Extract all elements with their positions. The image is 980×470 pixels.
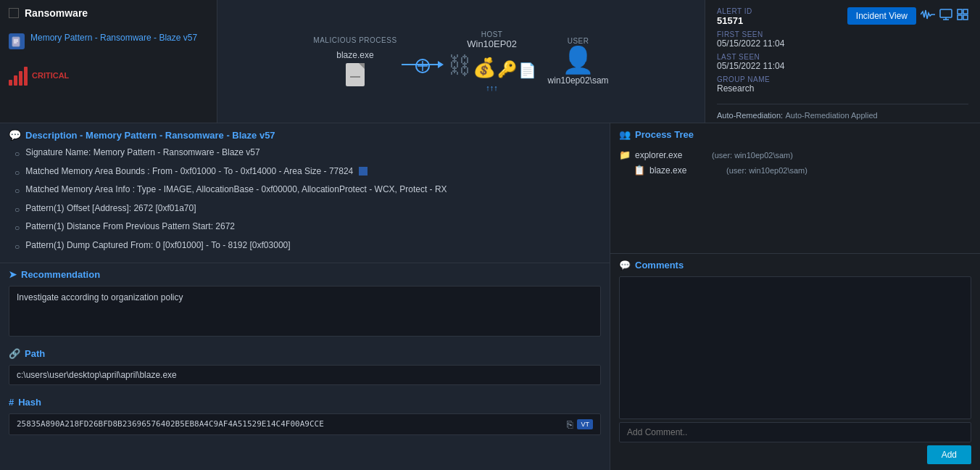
comments-section: 💬 Comments Add: [610, 254, 980, 470]
svg-rect-12: [958, 15, 962, 20]
explorer-user: (user: win10ep02\sam): [712, 151, 793, 160]
alert-icon: [9, 33, 25, 49]
malicious-process-node: MALICIOUS PROCESS blaze.exe: [313, 36, 396, 86]
last-seen-label: LAST SEEN: [717, 53, 784, 61]
svg-rect-11: [963, 9, 968, 14]
recommendation-text: Investigate according to organization po…: [17, 292, 183, 302]
desc-item-4: ○ Pattern(1) Distance From Previous Patt…: [14, 219, 601, 236]
svg-rect-13: [963, 15, 968, 20]
auto-rem-value: Auto-Remediation Applied: [785, 111, 877, 120]
path-label: Path: [25, 348, 45, 359]
waveform-icon[interactable]: [921, 9, 935, 23]
comments-icon: 💬: [619, 260, 631, 271]
desc-item-1: ○ Matched Memory Area Bounds : From - 0x…: [14, 164, 601, 181]
svg-rect-7: [940, 9, 952, 17]
recommendation-header: ➤ Recommendation: [0, 263, 610, 283]
monitor-icon[interactable]: [939, 9, 952, 23]
dollar-bag-icon: 💰: [473, 57, 496, 79]
blaze-exe-label: blaze.exe: [336, 50, 373, 60]
hash-row: 25835A890A218FD26BFD8B23696576402B5EB8A4…: [9, 413, 601, 435]
host-name: Win10EP02: [467, 38, 517, 49]
highlight-box: [359, 167, 368, 176]
desc-text-5: Pattern(1) Dump Captured From: 0 [0xf010…: [25, 238, 290, 254]
desc-text-0: Signature Name: Memory Pattern - Ransomw…: [25, 145, 259, 161]
desc-text-3: Pattern(1) Offset [Address]: 2672 [0xf01…: [25, 201, 196, 217]
user-node: USER 👤 win10ep02\sam: [548, 37, 609, 86]
desc-item-0: ○ Signature Name: Memory Pattern - Ranso…: [14, 145, 601, 162]
grid-icon[interactable]: [957, 9, 968, 23]
description-header: 💬 Description - Memory Pattern - Ransomw…: [0, 123, 610, 144]
hash-label: Hash: [18, 397, 41, 408]
comment-input[interactable]: [619, 422, 971, 442]
first-seen-label: FIRST SEEN: [717, 30, 784, 38]
process-tree-section: 👥 Process Tree 📁 explorer.exe (user: win…: [610, 123, 980, 254]
process-tree-header: 👥 Process Tree: [610, 123, 980, 143]
criticality-chart: [9, 65, 28, 86]
copy-icon[interactable]: ⎘: [567, 419, 573, 430]
right-panel: 👥 Process Tree 📁 explorer.exe (user: win…: [610, 123, 980, 470]
vt-badge[interactable]: VT: [577, 419, 593, 429]
folder-icon: 📁: [619, 149, 631, 160]
blaze-user: (user: win10ep02\sam): [726, 166, 807, 175]
comments-header: 💬 Comments: [610, 254, 980, 273]
description-label: Description - Memory Pattern - Ransomwar…: [25, 130, 275, 141]
doc-icon: [346, 63, 365, 86]
chain-icon: ⛓: [448, 52, 471, 79]
person-icon: 👤: [562, 45, 594, 75]
exe-icon: 📋: [634, 165, 645, 176]
page-title: Ransomware: [25, 7, 88, 19]
connector-icon: [415, 58, 431, 74]
bullet-1: ○: [14, 165, 20, 181]
hash-icon: #: [9, 397, 14, 408]
file-small-icon: 📄: [518, 62, 536, 79]
left-panel: 💬 Description - Memory Pattern - Ransomw…: [0, 123, 610, 470]
comments-label: Comments: [635, 260, 684, 271]
first-seen-value: 05/15/2022 11:04: [717, 38, 784, 49]
desc-item-5: ○ Pattern(1) Dump Captured From: 0 [0xf0…: [14, 238, 601, 255]
process-tree-label: Process Tree: [635, 129, 694, 140]
bullet-5: ○: [14, 239, 20, 255]
explorer-name: explorer.exe: [635, 150, 707, 160]
description-icon: 💬: [9, 129, 21, 141]
desc-text-1: Matched Memory Area Bounds : From - 0xf0…: [25, 164, 367, 180]
path-icon: 🔗: [9, 348, 20, 359]
malicious-label: MALICIOUS PROCESS: [313, 36, 396, 44]
bullet-2: ○: [14, 184, 20, 199]
critical-label: CRITICAL: [32, 71, 69, 80]
tree-item-blaze: 📋 blaze.exe (user: win10ep02\sam): [634, 162, 971, 178]
alert-id-value: 51571: [717, 15, 784, 26]
hash-header: # Hash: [9, 394, 601, 411]
alert-link[interactable]: Memory Pattern - Ransomware - Blaze v57: [30, 32, 197, 44]
bullet-0: ○: [14, 147, 20, 162]
desc-item-2: ○ Matched Memory Area Info : Type - IMAG…: [14, 182, 601, 199]
tree-item-explorer: 📁 explorer.exe (user: win10ep02\sam): [619, 147, 971, 162]
user-name: win10ep02\sam: [548, 75, 609, 86]
blaze-name: blaze.exe: [649, 165, 722, 176]
path-header: 🔗 Path: [9, 345, 601, 362]
auto-rem-label: Auto-Remediation:: [717, 111, 783, 120]
recommendation-label: Recommendation: [21, 269, 100, 280]
bullet-3: ○: [14, 202, 20, 218]
svg-rect-10: [958, 9, 962, 14]
add-comment-button[interactable]: Add: [927, 445, 971, 464]
bullet-4: ○: [14, 220, 20, 236]
desc-item-3: ○ Pattern(1) Offset [Address]: 2672 [0xf…: [14, 201, 601, 218]
group-label: GROUP NAME: [717, 75, 784, 83]
incident-view-button[interactable]: Incident View: [847, 7, 916, 25]
hash-value: 25835A890A218FD26BFD8B23696576402B5EB8A4…: [17, 419, 562, 429]
desc-text-4: Pattern(1) Distance From Previous Patter…: [25, 219, 235, 235]
recommendation-box: Investigate according to organization po…: [9, 286, 601, 337]
comments-area: [619, 276, 971, 419]
key-icon: 🔑: [497, 60, 517, 79]
last-seen-value: 05/15/2022 11:04: [717, 61, 784, 71]
desc-text-2: Matched Memory Area Info : Type - IMAGE,…: [25, 182, 447, 198]
group-value: Research: [717, 83, 784, 94]
path-value: c:\users\user\desktop\april\april\blaze.…: [9, 365, 601, 385]
recommendation-icon: ➤: [9, 269, 17, 280]
host-node: HOST Win10EP02 ⛓ 💰 🔑 📄 ↑↑↑: [448, 30, 536, 92]
host-label: HOST: [481, 30, 503, 38]
user-label: USER: [568, 37, 589, 45]
arrows-down: ↑↑↑: [486, 83, 498, 92]
alert-id-label: ALERT ID: [717, 7, 784, 15]
checkbox[interactable]: [9, 8, 19, 18]
